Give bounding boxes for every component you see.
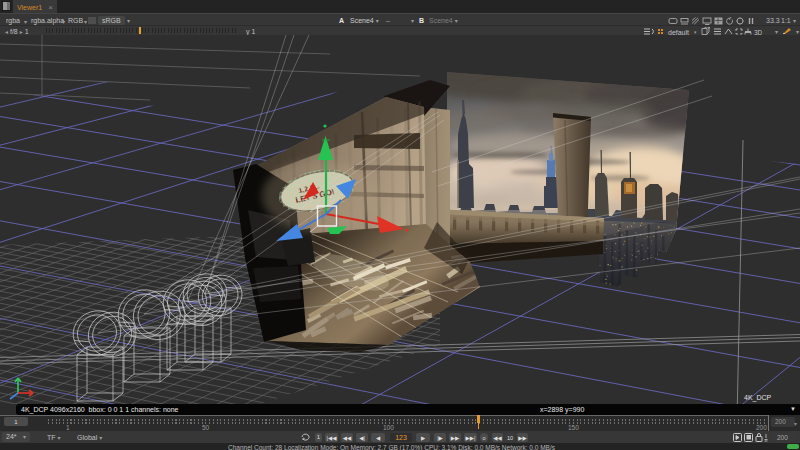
svg-text:default: default <box>668 28 689 35</box>
svg-text:4K_DCP: 4K_DCP <box>744 394 772 402</box>
svg-text:▾: ▾ <box>694 29 697 35</box>
svg-text:3D: 3D <box>754 28 762 35</box>
